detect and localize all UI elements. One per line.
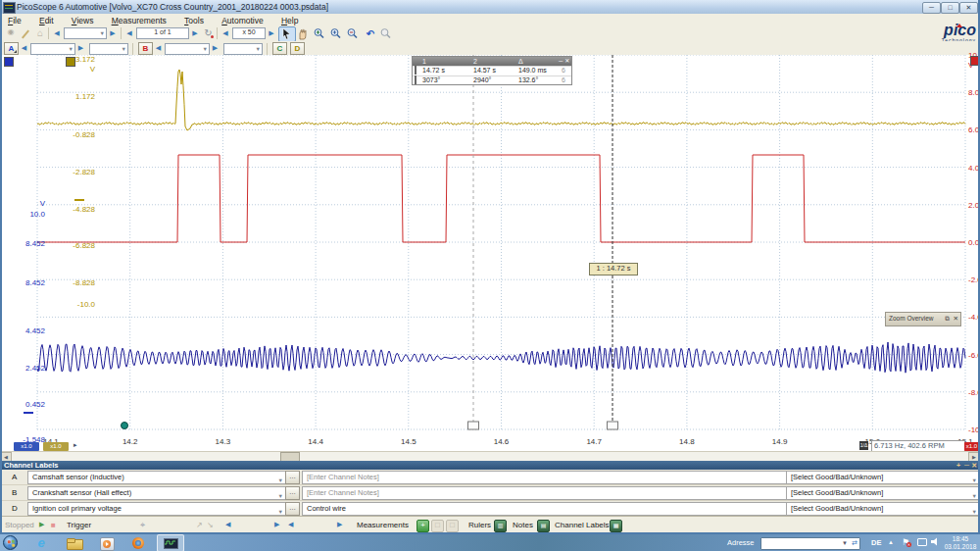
action-center-flag-icon[interactable]: ⚑✕ xyxy=(902,537,909,547)
scope-view[interactable]: 3.172V1.172-0.828-2.828-4.828-6.828-8.82… xyxy=(0,55,980,451)
menu-edit[interactable]: Edit xyxy=(31,14,62,25)
show-hidden-icons-arrow[interactable]: ▲ xyxy=(888,539,894,545)
zoom-out-step-arrow[interactable]: ◀ xyxy=(220,29,230,41)
pan-tool-button[interactable] xyxy=(295,26,313,42)
zoom-in-tool-button[interactable] xyxy=(312,26,329,42)
edit-icon[interactable] xyxy=(20,27,31,39)
channel-d-axis-chip[interactable] xyxy=(4,57,14,67)
channel-a-button[interactable]: A xyxy=(4,42,19,55)
channel-a-status-dropdown[interactable]: [Select Good/Bad/Unknown]▼ xyxy=(786,471,980,484)
channel-a-label-edit-button[interactable]: … xyxy=(285,471,300,484)
channel-a-axis-chip[interactable] xyxy=(66,57,75,67)
media-player-icon[interactable] xyxy=(95,535,119,550)
zoom-window-tool-button[interactable] xyxy=(328,26,346,42)
firefox-icon[interactable] xyxy=(127,535,151,550)
start-button[interactable] xyxy=(3,535,18,550)
connect-device-icon[interactable]: ◉ xyxy=(4,27,18,39)
prev-waveform-arrow[interactable]: ◀ xyxy=(52,29,62,41)
pretrigger-up-arrow[interactable]: ▶ xyxy=(337,521,342,528)
channel-b-button[interactable]: B xyxy=(138,42,153,55)
address-input[interactable]: ▼ ⇄ xyxy=(760,537,860,550)
home-icon[interactable]: ⌂ xyxy=(33,27,47,39)
explorer-folder-icon[interactable] xyxy=(63,535,86,550)
channel-d-notes-input[interactable]: Control wire xyxy=(302,502,788,516)
ruler-legend[interactable]: 1 2 Δ ─ ✕ 14.72 s 14.57 s 149.0 ms 6 307… xyxy=(412,56,572,85)
channel-b-notes-input[interactable]: [Enter Channel Notes] xyxy=(302,486,788,500)
picoscope-taskbar-button[interactable] xyxy=(157,534,184,551)
channel-b-label-dropdown[interactable]: Crankshaft sensor (Hall effect)▼ xyxy=(27,486,286,500)
taskbar-clock[interactable]: 18:45 03.01.2018 xyxy=(943,535,978,550)
zoom-factor-box[interactable]: x 50 xyxy=(232,27,266,39)
zoom-overview-close-icon[interactable]: ✕ xyxy=(954,313,958,325)
page-indicator[interactable]: 1 of 1 xyxy=(136,27,189,39)
loop-playback-icon[interactable]: ↻ xyxy=(202,27,215,39)
channel-d-label-dropdown[interactable]: Ignition coil primary voltage▼ xyxy=(27,502,286,516)
stop-capture-icon[interactable]: ■ xyxy=(51,521,56,529)
zoom-overview-window[interactable]: Zoom Overview ⧉ ✕ xyxy=(885,312,961,326)
network-icon[interactable] xyxy=(917,538,927,548)
channel-d-scale-chip[interactable]: x1.0 xyxy=(14,442,39,451)
channel-d-status-dropdown[interactable]: [Select Good/Bad/Unknown]▼ xyxy=(786,502,980,516)
menu-tools[interactable]: Tools xyxy=(176,14,212,25)
channel-a-ground-marker[interactable] xyxy=(74,199,84,201)
next-waveform-arrow[interactable]: ▶ xyxy=(108,29,118,41)
channel-d-label-edit-button[interactable]: … xyxy=(285,502,300,516)
zoom-full-tool-button[interactable] xyxy=(378,26,396,42)
time-ruler-chip[interactable]: 1 : 14.72 s xyxy=(589,263,638,276)
delete-measurement-button[interactable]: □ xyxy=(446,520,459,532)
channel-c-button[interactable]: C xyxy=(272,42,287,55)
channel-a-scale-chip[interactable]: x1.0 xyxy=(43,442,69,451)
menu-help[interactable]: Help xyxy=(273,14,306,25)
address-go-icon[interactable]: ⇄ xyxy=(852,539,858,547)
channel-labels-toggle-button[interactable]: ▦ xyxy=(610,520,622,532)
internet-explorer-icon[interactable]: e xyxy=(29,535,53,550)
notes-toggle-button[interactable]: ▤ xyxy=(537,520,550,532)
channel-b-range-combo[interactable]: ▼ xyxy=(165,43,210,55)
channel-b-coupling-combo[interactable]: ▼ xyxy=(223,43,263,55)
channel-d-ground-marker[interactable] xyxy=(24,412,33,414)
add-measurement-button[interactable]: + xyxy=(416,520,429,532)
close-button[interactable]: ✕ xyxy=(959,2,978,14)
rulers-toggle-button[interactable]: ▥ xyxy=(494,520,507,532)
trigger-level-up-arrow[interactable]: ▶ xyxy=(274,521,279,528)
pointer-tool-button[interactable] xyxy=(278,26,296,42)
channel-a-range-combo[interactable]: ▼ xyxy=(30,43,75,55)
zoom-in-step-arrow[interactable]: ▶ xyxy=(267,29,276,41)
channel-b-label-edit-button[interactable]: … xyxy=(285,486,300,500)
undo-zoom-button[interactable]: ↶ xyxy=(362,26,379,42)
panel-close-icon[interactable]: ✕ xyxy=(971,461,977,470)
menu-file[interactable]: File xyxy=(0,14,29,25)
prev-page-arrow[interactable]: ◀ xyxy=(124,29,134,41)
channel-b-scale-chip[interactable]: x1.0 xyxy=(964,442,979,451)
menu-measurements[interactable]: Measurements xyxy=(104,14,174,25)
menu-automotive[interactable]: Automotive xyxy=(214,14,271,25)
menu-views[interactable]: Views xyxy=(64,14,102,25)
address-dropdown-arrow[interactable]: ▼ xyxy=(842,540,848,546)
legend-checkbox[interactable] xyxy=(415,66,416,75)
pretrigger-down-arrow[interactable]: ◀ xyxy=(288,521,293,528)
waveform-select-combo[interactable]: ▼ xyxy=(64,27,107,39)
minimize-button[interactable]: ─ xyxy=(922,2,941,14)
language-indicator[interactable]: DE xyxy=(871,538,881,547)
start-capture-icon[interactable]: ▶ xyxy=(39,521,44,528)
channel-a-coupling-combo[interactable]: ▼ xyxy=(89,43,128,55)
maximize-button[interactable]: □ xyxy=(941,2,959,14)
panel-minimize-icon[interactable]: ─ xyxy=(964,461,969,470)
zoom-out-tool-button[interactable] xyxy=(345,26,363,42)
trigger-marker-icon[interactable]: ⌖ xyxy=(140,520,145,530)
trigger-level-down-arrow[interactable]: ◀ xyxy=(225,521,230,528)
panel-pin-icon[interactable]: + xyxy=(956,461,960,470)
legend-checkbox[interactable] xyxy=(415,75,416,84)
channel-a-notes-input[interactable]: [Enter Channel Notes] xyxy=(302,471,788,484)
next-page-arrow[interactable]: ▶ xyxy=(190,29,200,41)
edit-measurement-button[interactable]: □ xyxy=(431,520,444,532)
scale-chip-expand-arrow[interactable]: ▸ xyxy=(74,441,77,449)
rising-edge-icon[interactable]: ↗ xyxy=(196,521,203,529)
legend-close-icon[interactable]: ✕ xyxy=(564,57,570,66)
channel-b-status-dropdown[interactable]: [Select Good/Bad/Unknown]▼ xyxy=(786,486,980,500)
channel-d-button[interactable]: D xyxy=(290,42,305,55)
volume-icon[interactable] xyxy=(931,537,940,548)
falling-edge-icon[interactable]: ↘ xyxy=(207,521,214,529)
zoom-overview-restore-icon[interactable]: ⧉ xyxy=(945,313,950,325)
channel-a-label-dropdown[interactable]: Camshaft sensor (Inductive)▼ xyxy=(27,471,286,484)
